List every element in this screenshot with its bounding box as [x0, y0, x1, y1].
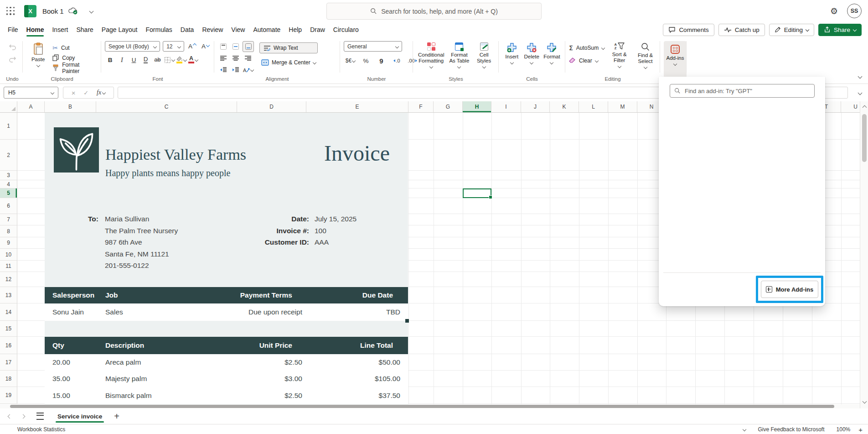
add-sheet-button[interactable]: + — [114, 411, 119, 422]
column-header-H[interactable]: H — [463, 101, 491, 112]
addins-button[interactable]: Add-ins — [664, 41, 687, 81]
cancel-icon[interactable]: × — [72, 89, 76, 97]
menu-tab-formulas[interactable]: Formulas — [141, 24, 176, 36]
font-size-select[interactable]: 12 — [163, 41, 184, 52]
status-options-icon[interactable] — [743, 428, 746, 431]
merge-center-button[interactable]: Merge & Center — [259, 57, 318, 68]
font-family-select[interactable]: Segoe UI (Body) — [105, 41, 160, 52]
strikethrough-button[interactable]: ab — [152, 55, 163, 65]
clear-button[interactable]: Clear — [569, 56, 604, 65]
share-button[interactable]: Share — [818, 24, 862, 36]
column-header-K[interactable]: K — [550, 101, 579, 112]
paste-button[interactable]: Paste — [26, 41, 50, 75]
sheet-tab-service-invoice[interactable]: Service invoice — [56, 409, 104, 424]
scroll-down-icon[interactable] — [863, 399, 867, 404]
row-header-3[interactable]: 3 — [0, 171, 17, 180]
zoom-level[interactable]: 100% — [837, 426, 851, 433]
row-header-5[interactable]: 5 — [0, 188, 17, 198]
column-header-I[interactable]: I — [491, 101, 521, 112]
row-header-7[interactable]: 7 — [0, 214, 17, 225]
format-cells-button[interactable]: Format — [542, 41, 562, 75]
align-right-button[interactable] — [243, 53, 253, 63]
all-sheets-menu-icon[interactable] — [36, 413, 44, 420]
row-header-18[interactable]: 18 — [0, 371, 17, 387]
menu-tab-circularo[interactable]: Circularo — [329, 24, 363, 36]
enter-icon[interactable]: ✓ — [83, 89, 88, 96]
delete-cells-button[interactable]: Delete — [522, 41, 541, 75]
text-orientation-button[interactable]: A — [243, 65, 253, 75]
cloud-saved-icon[interactable] — [68, 7, 78, 15]
menu-tab-automate[interactable]: Automate — [249, 24, 284, 36]
menu-tab-review[interactable]: Review — [198, 24, 227, 36]
align-center-button[interactable] — [230, 53, 241, 63]
fill-color-button[interactable] — [176, 55, 186, 65]
row-header-17[interactable]: 17 — [0, 354, 17, 371]
insert-cells-button[interactable]: Insert — [502, 41, 521, 75]
middle-align-button[interactable] — [230, 42, 241, 52]
next-sheet-icon[interactable] — [21, 414, 26, 418]
name-box[interactable]: H5 — [4, 87, 58, 99]
prev-sheet-icon[interactable] — [8, 414, 12, 418]
align-left-button[interactable] — [218, 53, 228, 63]
format-painter-button[interactable]: Format Painter — [52, 63, 98, 73]
grow-font-button[interactable]: A — [187, 42, 197, 52]
decrease-indent-button[interactable] — [218, 65, 228, 75]
double-underline-button[interactable]: D — [140, 55, 151, 65]
menu-tab-draw[interactable]: Draw — [306, 24, 329, 36]
app-launcher-icon[interactable] — [6, 7, 15, 16]
cell-styles-button[interactable]: Cell Styles — [473, 41, 495, 75]
menu-tab-home[interactable]: Home — [22, 24, 48, 36]
wrap-text-button[interactable]: Wrap Text — [259, 42, 318, 53]
sort-filter-button[interactable]: AZ Sort & Filter — [608, 41, 630, 75]
cut-button[interactable]: ✂ Cut — [52, 43, 98, 52]
row-header-2[interactable]: 2 — [0, 140, 17, 171]
column-header-G[interactable]: G — [434, 101, 463, 112]
column-header-A[interactable]: A — [17, 101, 45, 112]
column-header-L[interactable]: L — [579, 101, 608, 112]
column-header-C[interactable]: C — [96, 101, 237, 112]
row-header-19[interactable]: 19 — [0, 387, 17, 404]
row-header-15[interactable]: 15 — [0, 321, 17, 337]
table-resize-handle[interactable] — [405, 319, 409, 323]
find-select-button[interactable]: Find & Select — [634, 41, 656, 75]
bold-button[interactable]: B — [105, 55, 115, 65]
row-header-12[interactable]: 12 — [0, 272, 17, 287]
column-header-J[interactable]: J — [521, 101, 550, 112]
selected-cell-H5[interactable] — [463, 188, 491, 198]
row-header-10[interactable]: 10 — [0, 249, 17, 261]
zoom-in-button[interactable]: + — [858, 426, 863, 434]
undo-icon[interactable] — [9, 44, 16, 51]
menu-tab-page-layout[interactable]: Page Layout — [98, 24, 142, 36]
menu-tab-help[interactable]: Help — [284, 24, 306, 36]
increase-indent-button[interactable] — [230, 65, 241, 75]
shrink-font-button[interactable]: A — [200, 42, 211, 52]
vertical-scrollbar[interactable] — [860, 101, 868, 408]
accounting-format-button[interactable]: $€ — [345, 56, 356, 66]
underline-button[interactable]: U — [129, 55, 139, 65]
ribbon-collapse-icon[interactable] — [858, 74, 863, 79]
format-as-table-button[interactable]: Format As Table — [447, 41, 472, 75]
font-color-button[interactable]: A — [188, 55, 198, 65]
menu-tab-share[interactable]: Share — [72, 24, 97, 36]
catch-up-button[interactable]: Catch up — [718, 24, 765, 36]
row-header-9[interactable]: 9 — [0, 237, 17, 249]
top-align-button[interactable] — [218, 42, 228, 52]
horizontal-scrollbar[interactable] — [0, 404, 860, 408]
horizontal-scrollbar-thumb[interactable] — [10, 405, 834, 408]
row-header-1[interactable]: 1 — [0, 112, 17, 140]
workbook-statistics-button[interactable]: Workbook Statistics — [17, 426, 65, 433]
title-dropdown-icon[interactable] — [89, 9, 93, 13]
column-header-D[interactable]: D — [237, 101, 306, 112]
search-input[interactable]: Search for tools, help, and more (Alt + … — [326, 3, 542, 20]
avatar[interactable]: SS — [847, 4, 862, 18]
row-header-11[interactable]: 11 — [0, 261, 17, 272]
select-all-corner[interactable] — [0, 101, 17, 112]
row-header-4[interactable]: 4 — [0, 180, 17, 188]
comma-style-button[interactable]: 9 — [376, 56, 387, 66]
number-format-select[interactable]: General — [344, 41, 402, 52]
conditional-formatting-button[interactable]: Conditional Formatting — [417, 41, 446, 75]
paste-dropdown-icon[interactable] — [36, 63, 40, 67]
vertical-scrollbar-thumb[interactable] — [862, 114, 867, 162]
insert-function-button[interactable]: fx — [97, 89, 105, 96]
column-header-U[interactable]: U — [841, 101, 868, 112]
